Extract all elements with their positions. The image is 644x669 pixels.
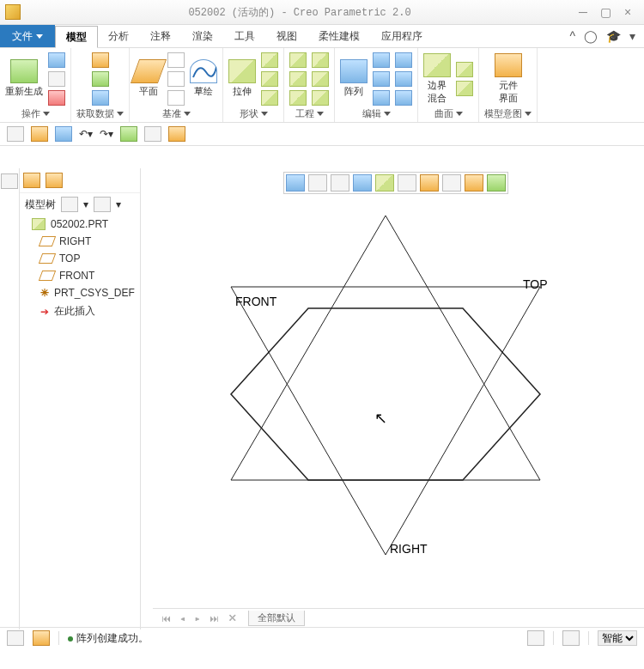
browser-toggle-icon[interactable] [33, 630, 50, 646]
tab-annotate[interactable]: 注释 [140, 25, 182, 47]
save-icon[interactable] [55, 126, 72, 142]
import-icon[interactable] [92, 52, 109, 68]
blend-icon[interactable] [261, 90, 278, 106]
tab-analysis[interactable]: 分析 [98, 25, 140, 47]
learn-icon[interactable]: 🎓 [606, 29, 621, 43]
plane-button[interactable]: 平面 [135, 59, 162, 98]
repaint-icon[interactable] [353, 174, 372, 192]
tab-apps[interactable]: 应用程序 [371, 25, 434, 47]
copy-icon[interactable] [48, 52, 65, 68]
regenerate-button[interactable]: 重新生成 [5, 59, 43, 98]
caret-down-icon[interactable] [317, 112, 324, 116]
annotation-display-icon[interactable] [420, 174, 439, 192]
tree-item[interactable]: RIGHT [37, 233, 140, 250]
extrude-button[interactable]: 拉伸 [228, 59, 256, 98]
tree-display-icon[interactable] [94, 197, 111, 212]
tab-nav-first-icon[interactable]: ⏮ ◀ ▶ ⏭ ✕ [161, 613, 241, 623]
label-front: FRONT [235, 295, 277, 308]
zoom-fit-icon[interactable] [286, 174, 305, 192]
tree-root[interactable]: 052002.PRT [28, 216, 140, 233]
tree-item[interactable]: ➔在此插入 [37, 301, 140, 321]
tab-view[interactable]: 视图 [266, 25, 308, 47]
csys-datum-icon[interactable] [167, 90, 185, 106]
caret-down-icon[interactable] [525, 112, 532, 116]
open-icon[interactable] [31, 126, 48, 142]
sketch-button[interactable]: 草绘 [190, 59, 217, 98]
point-icon[interactable] [167, 71, 185, 87]
close-win-icon[interactable] [168, 126, 185, 142]
style-icon[interactable] [456, 81, 473, 96]
label-top: TOP [523, 277, 548, 291]
caret-down-icon[interactable]: ▾ [83, 198, 88, 210]
caret-down-icon[interactable]: ▾ [116, 198, 121, 210]
undo-icon[interactable]: ↶▾ [79, 128, 93, 140]
tab-render[interactable]: 渲染 [182, 25, 224, 47]
component-ui-button[interactable]: 元件 界面 [495, 53, 522, 105]
selection-filter-icon[interactable] [562, 630, 580, 646]
display-style-icon[interactable] [375, 174, 394, 192]
folder-icon[interactable] [23, 173, 40, 188]
paste-icon[interactable] [48, 71, 65, 87]
collapse-ribbon-icon[interactable]: ^ [569, 29, 575, 43]
tree-item[interactable]: TOP [37, 250, 140, 267]
shrinkwrap-icon[interactable] [92, 90, 109, 106]
selection-filter-dropdown[interactable]: 智能 [598, 630, 637, 646]
sweep-icon[interactable] [261, 71, 278, 87]
tab-model[interactable]: 模型 [55, 26, 98, 48]
draft-icon[interactable] [312, 52, 329, 68]
find-icon[interactable] [527, 630, 544, 646]
status-message: 阵列创建成功。 [68, 631, 149, 646]
saved-view-icon[interactable] [398, 174, 416, 192]
round-icon[interactable] [289, 71, 307, 87]
spin-center-icon[interactable] [465, 174, 483, 192]
revolve-icon[interactable] [261, 52, 278, 68]
favorites-folder-icon[interactable] [46, 173, 63, 188]
caret-down-icon[interactable] [384, 112, 391, 116]
minimize-button[interactable]: ─ [572, 5, 594, 19]
model-tree-panel: 模型树 ▾ ▾ 052002.PRT RIGHTTOPFRONT✳PRT_CSY… [20, 168, 141, 629]
tab-tools[interactable]: 工具 [224, 25, 266, 47]
offset-icon[interactable] [395, 71, 412, 87]
tree-toggle-icon[interactable] [7, 630, 24, 646]
extend-icon[interactable] [395, 52, 412, 68]
datum-display-icon[interactable] [442, 174, 461, 192]
trim-icon[interactable] [373, 71, 390, 87]
hole-icon[interactable] [289, 52, 307, 68]
tree-item[interactable]: FRONT [37, 267, 140, 284]
regen-qat-icon[interactable] [120, 126, 137, 142]
zoom-out-icon[interactable] [331, 174, 349, 192]
tab-flex[interactable]: 柔性建模 [308, 25, 371, 47]
graphics-viewport[interactable]: FRONT TOP RIGHT ↖ [141, 168, 644, 629]
merge-icon[interactable] [373, 90, 390, 106]
fill-icon[interactable] [456, 62, 473, 77]
mirror-icon[interactable] [373, 52, 390, 68]
caret-down-icon[interactable] [117, 112, 124, 116]
zoom-in-icon[interactable] [308, 174, 327, 192]
redo-icon[interactable]: ↷▾ [100, 128, 113, 140]
axis-icon[interactable] [167, 52, 185, 68]
copy-geom-icon[interactable] [92, 71, 109, 87]
thicken-icon[interactable] [395, 90, 412, 106]
view-tab-default[interactable]: 全部默认 [248, 611, 305, 626]
caret-down-icon[interactable] [456, 112, 463, 116]
caret-down-icon[interactable] [261, 112, 268, 116]
pattern-button[interactable]: 阵列 [340, 59, 368, 98]
chamfer-icon[interactable] [289, 90, 307, 106]
shell-icon[interactable] [312, 71, 329, 87]
file-menu-button[interactable]: 文件 [0, 25, 55, 47]
perspective-icon[interactable] [487, 174, 506, 192]
close-button[interactable]: × [617, 5, 639, 19]
boundary-blend-button[interactable]: 边界 混合 [423, 53, 451, 105]
caret-down-icon[interactable]: ▾ [629, 29, 635, 43]
options-icon[interactable]: ◯ [584, 29, 598, 43]
caret-down-icon[interactable] [184, 112, 191, 116]
maximize-button[interactable]: ▢ [594, 5, 617, 19]
delete-icon[interactable] [48, 90, 65, 106]
new-icon[interactable] [7, 126, 24, 142]
tree-layout-icon[interactable] [1, 173, 18, 189]
window-qat-icon[interactable] [144, 126, 161, 142]
tree-item[interactable]: ✳PRT_CSYS_DEF [37, 284, 140, 301]
caret-down-icon[interactable] [43, 112, 50, 116]
rib-icon[interactable] [312, 90, 329, 106]
tree-settings-icon[interactable] [61, 197, 78, 212]
